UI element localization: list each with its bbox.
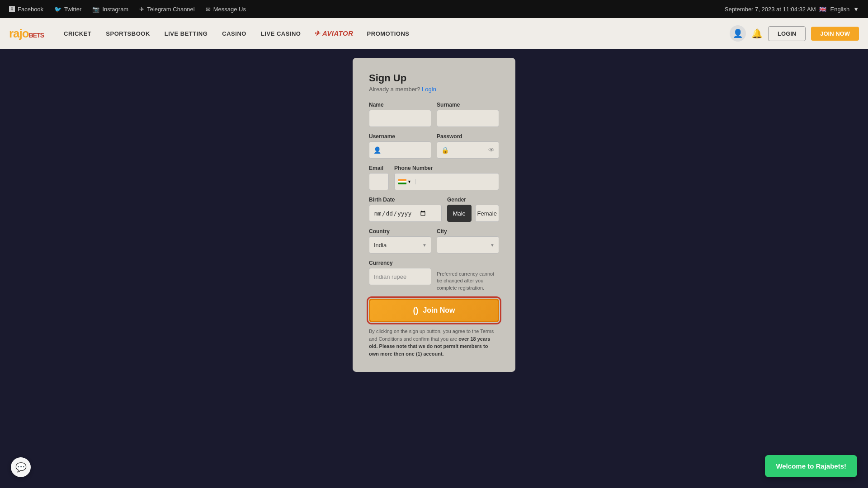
promotions-nav[interactable]: PROMOTIONS (361, 27, 416, 41)
signup-card: Sign Up Already a member? Login Name Sur… (353, 58, 515, 372)
welcome-message: Welcome to Rajabets! (776, 462, 846, 470)
navbar: rajoBETS CRICKET SPORTSBOOK LIVE BETTING… (0, 18, 868, 49)
flag-icon: 🇬🇧 (819, 6, 826, 13)
message-icon: ✉ (206, 6, 211, 13)
gender-buttons: Male Female (447, 205, 499, 222)
telegram-icon: ✈ (139, 6, 144, 13)
gender-label: Gender (447, 197, 499, 203)
currency-label: Currency (369, 260, 431, 266)
sportsbook-nav[interactable]: SPORTSBOOK (99, 27, 156, 41)
nav-links: CRICKET SPORTSBOOK LIVE BETTING CASINO L… (57, 27, 730, 41)
country-select[interactable]: India (369, 236, 431, 253)
join-now-nav-button[interactable]: JOIN NOW (811, 27, 859, 41)
username-password-row: Username 👤 Password 🔒 👁 (369, 133, 499, 159)
datetime-display: September 7, 2023 at 11:04:32 AM (725, 6, 816, 13)
country-group: Country India ▼ (369, 228, 431, 253)
country-city-row: Country India ▼ City ▼ (369, 228, 499, 253)
india-flag-icon (398, 179, 406, 184)
gender-male-button[interactable]: Male (447, 205, 472, 222)
name-label: Name (369, 102, 431, 108)
aviator-nav[interactable]: ✈ Aviator (309, 28, 359, 39)
email-input[interactable] (369, 173, 389, 190)
already-member-text: Already a member? (369, 86, 420, 93)
twitter-label: Twitter (64, 6, 81, 13)
livecasino-nav[interactable]: LIVE CASINO (255, 27, 307, 41)
country-label: Country (369, 228, 431, 235)
livebetting-nav[interactable]: LIVE BETTING (158, 27, 214, 41)
phone-group: Phone Number ▼ (394, 165, 499, 190)
twitter-icon: 🐦 (54, 6, 61, 13)
telegram-link[interactable]: ✈ Telegram Channel (139, 6, 195, 13)
currency-note: Preferred currency cannot be changed aft… (437, 271, 499, 291)
logo[interactable]: rajoBETS (9, 27, 44, 41)
join-now-button[interactable]: () Join Now (369, 299, 499, 322)
lock-icon: 🔒 (441, 146, 449, 154)
phone-label: Phone Number (394, 165, 499, 171)
telegram-label: Telegram Channel (147, 6, 195, 13)
facebook-link[interactable]: 🅰 Facebook (9, 6, 43, 13)
birthdate-input[interactable] (369, 205, 442, 222)
email-label: Email (369, 165, 389, 171)
chevron-down-icon: ▼ (853, 6, 859, 13)
name-group: Name (369, 102, 431, 127)
currency-group: Currency (369, 260, 431, 291)
password-label: Password (437, 133, 499, 140)
birthdate-gender-row: Birth Date Gender Male Female (369, 197, 499, 222)
terms-text: By clicking on the sign up button, you a… (369, 328, 499, 357)
language-selector[interactable]: English (830, 6, 849, 13)
gender-female-button[interactable]: Female (475, 205, 500, 222)
nav-right: 👤 🔔 LOGIN JOIN NOW (730, 25, 859, 42)
instagram-icon: 📷 (92, 6, 99, 13)
password-input-wrap: 🔒 👁 (437, 141, 499, 159)
join-now-label: Join Now (423, 306, 455, 314)
facebook-label: Facebook (18, 6, 43, 13)
name-input[interactable] (369, 110, 431, 127)
username-group: Username 👤 (369, 133, 431, 159)
currency-note-group: Preferred currency cannot be changed aft… (437, 260, 499, 291)
birthdate-label: Birth Date (369, 197, 442, 203)
surname-label: Surname (437, 102, 499, 108)
signup-subtitle: Already a member? Login (369, 86, 499, 93)
username-label: Username (369, 133, 431, 140)
flag-chevron: ▼ (407, 179, 411, 184)
message-link[interactable]: ✉ Message Us (206, 6, 246, 13)
city-group: City ▼ (437, 228, 499, 253)
gender-group: Gender Male Female (447, 197, 499, 222)
city-select-wrap: ▼ (437, 236, 499, 253)
login-link[interactable]: Login (422, 86, 436, 93)
country-select-wrap: India ▼ (369, 236, 431, 253)
facebook-icon: 🅰 (9, 6, 15, 13)
top-bar-social-links: 🅰 Facebook 🐦 Twitter 📷 Instagram ✈ Teleg… (9, 6, 246, 13)
name-surname-row: Name Surname (369, 102, 499, 127)
birthdate-input-wrap (369, 205, 442, 222)
message-label: Message Us (213, 6, 246, 13)
logo-text: rajoBETS (9, 27, 44, 41)
email-phone-row: Email Phone Number ▼ (369, 165, 499, 190)
instagram-link[interactable]: 📷 Instagram (92, 6, 128, 13)
city-label: City (437, 228, 499, 235)
surname-input[interactable] (437, 110, 499, 127)
surname-group: Surname (437, 102, 499, 127)
phone-flag-selector[interactable]: ▼ (395, 179, 415, 184)
password-group: Password 🔒 👁 (437, 133, 499, 159)
aviator-text: ✈ Aviator (314, 29, 353, 38)
currency-input[interactable] (369, 268, 431, 285)
instagram-label: Instagram (102, 6, 128, 13)
login-button[interactable]: LOGIN (768, 26, 806, 41)
top-bar-right: September 7, 2023 at 11:04:32 AM 🇬🇧 Engl… (725, 6, 859, 13)
phone-input[interactable] (415, 178, 499, 185)
cricket-nav[interactable]: CRICKET (57, 27, 98, 41)
signup-title: Sign Up (369, 72, 499, 84)
top-bar: 🅰 Facebook 🐦 Twitter 📷 Instagram ✈ Teleg… (0, 0, 868, 18)
twitter-link[interactable]: 🐦 Twitter (54, 6, 81, 13)
eye-icon[interactable]: 👁 (488, 146, 495, 154)
currency-row: Currency Preferred currency cannot be ch… (369, 260, 499, 291)
chat-bubble[interactable]: 💬 (11, 457, 31, 477)
phone-row: ▼ (394, 173, 499, 190)
username-input-wrap: 👤 (369, 141, 431, 159)
join-now-icon: () (413, 306, 418, 315)
notification-bell-icon[interactable]: 🔔 (751, 28, 763, 39)
city-select[interactable] (437, 236, 499, 253)
casino-nav[interactable]: CASINO (216, 27, 253, 41)
birthdate-group: Birth Date (369, 197, 442, 222)
